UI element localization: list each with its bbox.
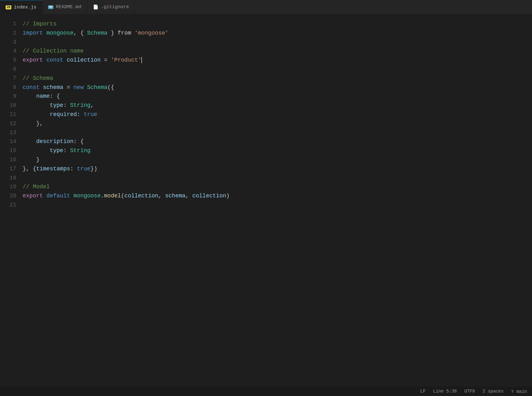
line-number: 4 [0,47,16,56]
file-icon: 📄 [93,4,98,10]
indentation: 2 spaces [482,389,503,394]
token-punct: } [36,157,40,163]
token-punct: }) [90,166,97,172]
code-line: // Imports [23,19,532,29]
token-property: description [36,138,73,145]
token-from: from [117,30,131,36]
tab-label: index.js [14,5,36,10]
code-line [23,201,532,210]
token-keyword2: export [23,57,46,63]
line-number: 9 [0,92,16,101]
token-punct [23,102,50,108]
token-keyword: import [23,30,46,36]
line-number: 20 [0,191,16,201]
token-punct [23,138,36,145]
token-string: 'mongoose' [135,30,169,36]
token-punct [23,93,36,99]
line-number: 17 [0,164,16,173]
token-punct [131,30,135,36]
token-punct [23,147,50,154]
token-string: 'Product' [111,57,141,63]
token-punct: = [100,57,111,63]
token-schema: Schema [87,84,107,91]
token-punct [23,157,36,163]
token-keyword: default [46,193,73,199]
token-property: name [36,93,50,99]
token-property: collection [192,193,226,199]
token-punct: , [186,193,193,199]
token-punct: : [63,147,70,154]
token-type: String [70,147,90,154]
line-number: 13 [0,128,16,137]
code-line: name: { [23,92,532,101]
code-line: required: true [23,110,532,119]
token-punct: : [77,111,84,118]
code-line: description: { [23,137,532,146]
token-punct [23,120,36,127]
line-number: 11 [0,110,16,119]
line-number: 1 [0,19,16,29]
token-value: true [84,111,97,118]
js-icon: JS [6,5,11,9]
code-line [23,38,532,47]
editor: 123456789101112131415161718192021 // Imp… [0,14,532,387]
token-property: collection [124,193,158,199]
token-property: collection [67,57,100,63]
line-number: 2 [0,29,16,38]
token-punct: , [90,102,94,108]
token-keyword: const [46,57,67,63]
encoding: UTF8 [464,389,475,394]
line-number: 6 [0,65,16,74]
token-punct: , [158,193,165,199]
line-number: 21 [0,201,16,210]
token-comment: // Model [23,184,50,190]
code-line: export const collection = 'Product' [23,56,532,65]
line-number: 14 [0,137,16,146]
code-area[interactable]: // Importsimport mongoose, { Schema } fr… [23,19,532,382]
token-property: schema [43,84,63,91]
token-punct: ({ [107,84,114,91]
line-number: 7 [0,74,16,83]
token-punct: , { [73,30,87,36]
line-numbers: 123456789101112131415161718192021 [0,19,23,382]
token-property: required [50,111,77,118]
line-number: 18 [0,173,16,183]
branch: ⌥ main [511,389,527,394]
token-keyword2: export [23,193,46,199]
code-line: type: String [23,146,532,155]
token-func: model [104,193,121,199]
code-line: // Collection name [23,47,532,56]
token-property: timestamps [36,166,70,172]
cursor-position: Line 5:36 [433,389,457,394]
token-ident-mongoose: mongoose [46,30,73,36]
code-line: }, {timestamps: true}) [23,164,532,173]
token-comment: // Collection name [23,48,84,54]
code-line: // Schema [23,74,532,83]
token-keyword: const [23,84,43,91]
token-schema: Schema [87,30,107,36]
token-punct: }, [36,120,43,127]
code-line: export default mongoose.model(collection… [23,191,532,201]
code-line: }, [23,119,532,128]
tab-bar: JSindex.jsMDREADME.md📄.gitignore [0,0,532,14]
token-comment: // Imports [23,21,57,27]
tab-label: .gitignore [101,4,129,10]
token-property: type [50,102,63,108]
line-number: 5 [0,56,16,65]
token-punct [23,111,50,118]
token-punct: } [107,30,117,36]
status-bar: LF Line 5:36 UTF8 2 spaces ⌥ main [0,387,532,396]
token-punct: . [100,193,104,199]
tab-readme-md[interactable]: MDREADME.md [42,0,87,14]
line-number: 15 [0,146,16,155]
token-punct: }, { [23,166,36,172]
line-number: 16 [0,155,16,164]
tab-index-js[interactable]: JSindex.js [0,0,42,14]
md-icon: MD [48,5,53,9]
token-punct: : [70,166,77,172]
line-number: 19 [0,182,16,191]
token-punct: ) [226,193,230,199]
tab-gitignore[interactable]: 📄.gitignore [87,0,135,14]
token-comment: // Schema [23,75,53,81]
token-punct: : { [50,93,60,99]
